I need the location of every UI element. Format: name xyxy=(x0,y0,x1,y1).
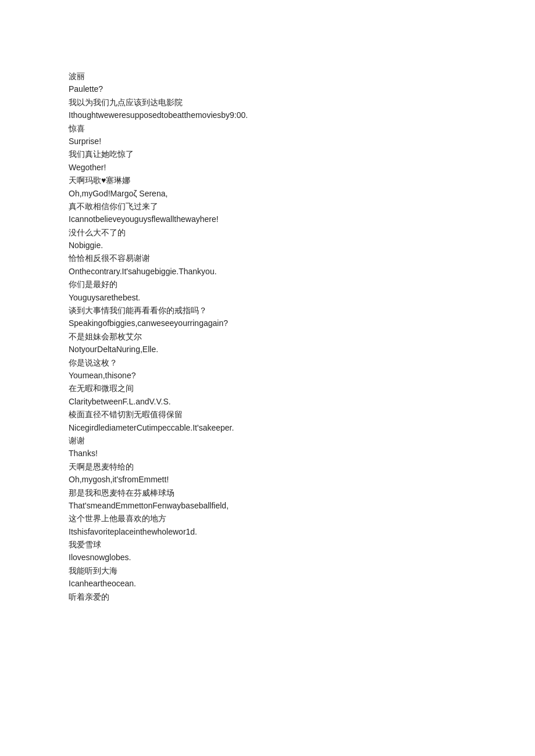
subtitle-en-4: Oh,myGod!Margoζ Serena, xyxy=(69,187,535,200)
subtitle-en-1: Ithoughtweweresupposedtobeatthemoviesby9… xyxy=(69,109,535,121)
subtitle-zh-12: 在无暇和微瑕之间 xyxy=(69,382,535,395)
subtitle-zh-11: 你是说这枚？ xyxy=(69,356,535,369)
subtitle-zh-13: 棱面直径不错切割无暇值得保留 xyxy=(69,408,535,421)
subtitle-zh-15: 天啊是恩麦特给的 xyxy=(69,460,535,473)
subtitle-zh-16: 那是我和恩麦特在芬威棒球场 xyxy=(69,486,535,499)
subtitle-zh-8: 你们是最好的 xyxy=(69,278,535,291)
subtitle-zh-2: 惊喜 xyxy=(69,122,535,135)
subtitle-zh-6: 没什么大不了的 xyxy=(69,226,535,239)
subtitle-zh-5: 真不敢相信你们飞过来了 xyxy=(69,200,535,213)
subtitle-en-2: Surprise! xyxy=(69,135,535,148)
subtitle-zh-20: 听着亲爱的 xyxy=(69,590,535,603)
subtitle-en-6: Nobiggie. xyxy=(69,239,535,252)
subtitle-content: 波丽Paulette?我以为我们九点应该到达电影院Ithoughtweweres… xyxy=(69,70,535,603)
subtitle-zh-18: 我爱雪球 xyxy=(69,538,535,551)
subtitle-en-18: Ilovesnowglobes. xyxy=(69,551,535,564)
subtitle-zh-14: 谢谢 xyxy=(69,434,535,447)
subtitle-en-19: Icanheartheocean. xyxy=(69,577,535,590)
subtitle-en-12: ClaritybetweenF.L.andV.V.S. xyxy=(69,395,535,408)
subtitle-en-8: Youguysarethebest. xyxy=(69,291,535,304)
subtitle-en-7: Onthecontrary.It'sahugebiggie.Thankyou. xyxy=(69,265,535,278)
subtitle-en-11: Youmean,thisone? xyxy=(69,369,535,382)
subtitle-zh-9: 谈到大事情我们能再看看你的戒指吗？ xyxy=(69,304,535,317)
subtitle-en-15: Oh,mygosh,it'sfromEmmett! xyxy=(69,473,535,486)
subtitle-zh-10: 不是姐妹会那枚艾尔 xyxy=(69,330,535,343)
subtitle-zh-1: 我以为我们九点应该到达电影院 xyxy=(69,96,535,109)
subtitle-zh-0: 波丽 xyxy=(69,70,535,83)
subtitle-en-5: Icannotbelieveyouguysflewallthewayhere! xyxy=(69,213,535,225)
subtitle-en-3: Wegother! xyxy=(69,161,535,174)
subtitle-en-9: Speakingofbiggies,canweseeyourringagain? xyxy=(69,317,535,329)
subtitle-en-13: NicegirdlediameterCutimpeccable.It'sakee… xyxy=(69,421,535,434)
subtitle-en-10: NotyourDeltaNuring,Elle. xyxy=(69,343,535,356)
subtitle-zh-3: 我们真让她吃惊了 xyxy=(69,148,535,160)
subtitle-zh-4: 天啊玛歌♥塞琳娜 xyxy=(69,174,535,187)
subtitle-en-17: Itshisfavoriteplaceinthewholewor1d. xyxy=(69,525,535,538)
subtitle-en-16: That'smeandEmmettonFenwaybaseballfield, xyxy=(69,499,535,512)
subtitle-zh-19: 我能听到大海 xyxy=(69,564,535,577)
subtitle-en-14: Thanks! xyxy=(69,447,535,460)
subtitle-zh-17: 这个世界上他最喜欢的地方 xyxy=(69,512,535,525)
subtitle-zh-7: 恰恰相反很不容易谢谢 xyxy=(69,252,535,264)
subtitle-en-0: Paulette? xyxy=(69,83,535,95)
